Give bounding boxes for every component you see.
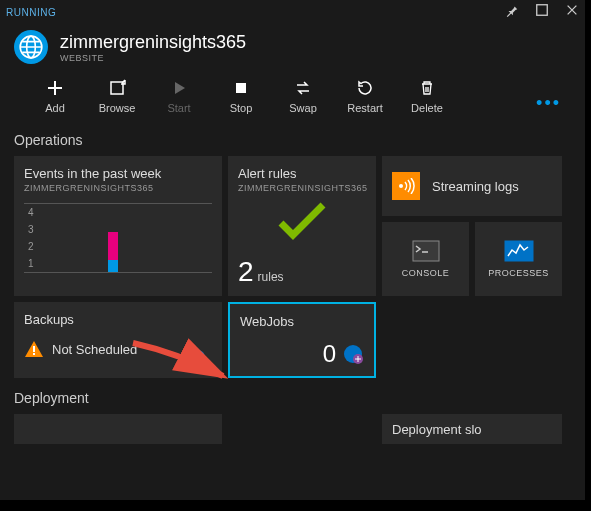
alerts-sub: ZIMMERGRENINSIGHTS365 [238,183,366,193]
stop-button[interactable]: Stop [216,76,266,114]
restart-icon [340,76,390,100]
tile-backups[interactable]: Backups Not Scheduled [14,302,222,378]
tile-console[interactable]: CONSOLE [382,222,469,296]
play-icon [154,76,204,100]
webjobs-count: 0 [323,340,336,368]
backups-status: Not Scheduled [52,342,137,357]
tile-deployment[interactable] [14,414,222,444]
alerts-title: Alert rules [238,166,366,181]
pin-icon[interactable] [505,3,519,21]
section-operations: Operations [14,132,571,148]
blade-title: zimmergreninsights365 [60,32,246,53]
stop-icon [216,76,266,100]
start-button: Start [154,76,204,114]
processes-icon [504,240,534,262]
svg-rect-0 [537,5,548,16]
swap-button[interactable]: Swap [278,76,328,114]
svg-point-5 [399,184,403,188]
status-label: RUNNING [6,7,505,18]
delete-button[interactable]: Delete [402,76,452,114]
tile-webjobs[interactable]: WebJobs 0 [228,302,376,378]
browse-icon [92,76,142,100]
more-icon[interactable]: ••• [536,93,571,114]
alerts-count: 2 [238,256,254,287]
add-button[interactable]: Add [30,76,80,114]
close-icon[interactable] [565,3,579,21]
maximize-icon[interactable] [535,3,549,21]
svg-rect-7 [505,241,533,261]
restart-button[interactable]: Restart [340,76,390,114]
svg-rect-4 [236,83,246,93]
check-icon [238,199,366,254]
section-deployment: Deployment [14,390,571,406]
swap-icon [278,76,328,100]
tile-events[interactable]: Events in the past week ZIMMERGRENINSIGH… [14,156,222,296]
streaming-icon [392,172,420,200]
tile-alerts[interactable]: Alert rules ZIMMERGRENINSIGHTS365 2rules [228,156,376,296]
svg-rect-8 [33,346,35,352]
events-sub: ZIMMERGRENINSIGHTS365 [24,183,212,193]
warning-icon [24,339,44,359]
stream-label: Streaming logs [432,179,519,194]
browse-button[interactable]: Browse [92,76,142,114]
webjobs-icon [342,343,364,365]
console-icon [412,240,440,262]
backups-title: Backups [24,312,212,327]
trash-icon [402,76,452,100]
cloud-icon [182,350,212,370]
events-chart: 4 3 2 1 [24,203,212,273]
svg-rect-9 [33,353,35,355]
website-icon [14,30,48,64]
blade-subtitle: WEBSITE [60,53,246,63]
webjobs-title: WebJobs [240,314,364,329]
events-title: Events in the past week [24,166,212,181]
blade-header: zimmergreninsights365 WEBSITE [0,24,585,76]
tile-deployment-slots[interactable]: Deployment slo [382,414,562,444]
plus-icon [30,76,80,100]
tile-streaming-logs[interactable]: Streaming logs [382,156,562,216]
tile-processes[interactable]: PROCESSES [475,222,562,296]
